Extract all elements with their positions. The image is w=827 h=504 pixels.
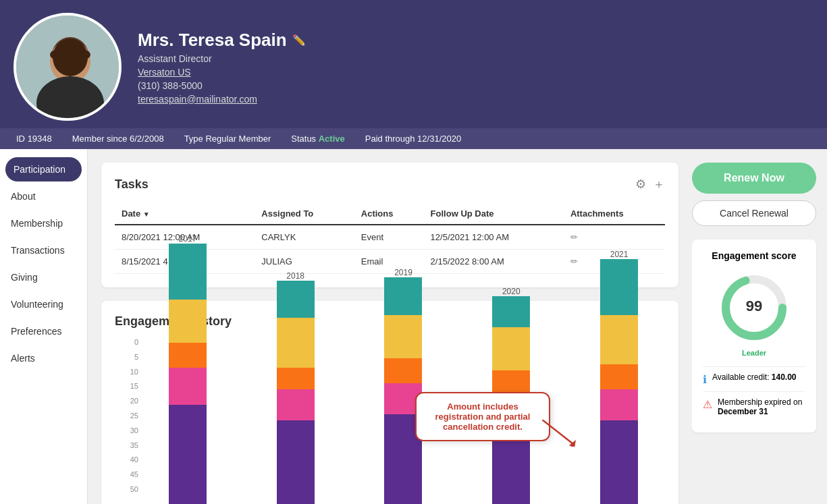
header-phone: (310) 388-5000	[138, 80, 813, 91]
col-attachments: Attachments	[564, 203, 665, 225]
chart-area: 20172018201920202021	[115, 338, 665, 504]
bar-segment	[169, 300, 207, 343]
sidebar-item-membership[interactable]: Membership	[0, 210, 87, 237]
cancel-renewal-button[interactable]: Cancel Renewal	[692, 200, 816, 226]
header-org[interactable]: Versaton US	[138, 67, 813, 78]
sidebar-item-participation[interactable]: Participation	[5, 157, 82, 181]
meta-type: Type Regular Member	[184, 134, 271, 144]
engagement-score-title: Engagement score	[703, 250, 805, 261]
svg-line-7	[542, 420, 573, 444]
bar-segment	[600, 315, 638, 365]
bar-segment	[277, 281, 315, 318]
sidebar: Participation About Membership Transacti…	[0, 149, 88, 504]
y-axis-label: 10	[115, 368, 138, 376]
y-axis-label: 40	[115, 455, 138, 464]
y-axis: 50454035302520151050	[115, 338, 138, 493]
sidebar-item-preferences[interactable]: Preferences	[0, 318, 87, 345]
bar-year-label: 2018	[250, 271, 342, 281]
warning-icon: ⚠	[703, 398, 712, 411]
svg-point-6	[77, 50, 90, 59]
name-text: Mrs. Teresa Spain	[138, 30, 287, 51]
bar-group: 2019	[358, 264, 450, 504]
cell-followup: 12/5/2021 12:00 AM	[424, 225, 564, 250]
engagement-rank: Leader	[703, 349, 805, 357]
donut-chart: 99	[703, 271, 805, 345]
meta-status: Status Active	[291, 134, 345, 144]
col-assigned: Assigned To	[255, 203, 354, 225]
y-axis-label: 50	[115, 485, 138, 493]
meta-paid-through: Paid through 12/31/2020	[365, 134, 461, 144]
bar-segment	[600, 389, 638, 420]
bar-group: 2018	[250, 267, 342, 504]
bar-year-label: 2019	[358, 268, 450, 277]
header-email[interactable]: teresaspain@mailinator.com	[138, 94, 813, 105]
bar-group: 2017	[142, 230, 234, 504]
y-axis-label: 25	[115, 412, 138, 420]
meta-member-since: Member since 6/2/2008	[72, 134, 164, 144]
header-name: Mrs. Teresa Spain ✏️	[138, 30, 813, 51]
bar-segment	[384, 315, 422, 358]
info-icon: ℹ	[703, 373, 707, 386]
bar-segment	[492, 296, 530, 327]
right-panel: Renew Now Cancel Renewal Engagement scor…	[692, 149, 827, 504]
bar-segment	[169, 405, 207, 504]
bar-segment	[600, 420, 638, 504]
svg-text:99: 99	[746, 298, 762, 314]
y-axis-label: 45	[115, 470, 138, 478]
engagement-history-card: Engagement history 50454035302520151050 …	[101, 301, 678, 504]
tasks-card-header: Tasks ⚙ ＋	[115, 176, 665, 192]
expired-text: Membership expired on December 31	[718, 397, 805, 416]
engagement-score-card: Engagement score 99 Leader ℹ Available c…	[692, 240, 816, 432]
bar-segment	[600, 259, 638, 315]
main-content: Tasks ⚙ ＋ Date ▼ Assigned To Actions Fol…	[88, 149, 692, 504]
svg-point-5	[50, 50, 63, 59]
bar-segment	[277, 420, 315, 504]
bar-segment	[169, 244, 207, 300]
credit-info-row: ℹ Available credit: 140.00	[703, 366, 805, 391]
bar-segment	[169, 368, 207, 405]
bar-segment	[492, 327, 530, 370]
sidebar-item-about[interactable]: About	[0, 183, 87, 210]
avatar	[14, 13, 122, 121]
col-actions: Actions	[354, 203, 424, 225]
tooltip-text: Amount includes registration and partial…	[435, 401, 531, 432]
cell-assigned: CARLYK	[255, 225, 354, 250]
sidebar-item-transactions[interactable]: Transactions	[0, 237, 87, 264]
meta-id: ID 19348	[16, 134, 52, 144]
header-title: Assistant Director	[138, 53, 813, 64]
y-axis-label: 30	[115, 426, 138, 435]
bar-segment	[277, 389, 315, 420]
tasks-title: Tasks	[115, 177, 149, 192]
col-followup: Follow Up Date	[424, 203, 564, 225]
bar-segment	[277, 368, 315, 389]
sidebar-item-giving[interactable]: Giving	[0, 264, 87, 291]
credit-text: Available credit: 140.00	[712, 372, 797, 382]
bar-segment	[384, 358, 422, 383]
bar-year-label: 2020	[465, 287, 557, 296]
y-axis-label: 15	[115, 382, 138, 390]
y-axis-label: 0	[115, 338, 138, 346]
cell-action: Event	[354, 225, 424, 250]
add-task-icon[interactable]: ＋	[653, 176, 665, 192]
bar-group: 2021	[573, 246, 665, 504]
bar-segment	[600, 364, 638, 389]
header-info: Mrs. Teresa Spain ✏️ Assistant Director …	[138, 30, 813, 111]
header: Mrs. Teresa Spain ✏️ Assistant Director …	[0, 0, 827, 128]
sidebar-item-alerts[interactable]: Alerts	[0, 345, 87, 372]
expired-info-row: ⚠ Membership expired on December 31	[703, 391, 805, 422]
tooltip-bubble: Amount includes registration and partial…	[415, 392, 550, 441]
renew-button[interactable]: Renew Now	[692, 163, 816, 194]
chart-wrap: 50454035302520151050 2017201820192020202…	[115, 338, 665, 504]
bar-segment	[169, 343, 207, 368]
y-axis-label: 5	[115, 353, 138, 361]
bar-year-label: 2021	[573, 250, 665, 259]
header-meta: ID 19348 Member since 6/2/2008 Type Regu…	[0, 128, 827, 149]
col-date: Date ▼	[115, 203, 255, 225]
sidebar-item-volunteering[interactable]: Volunteering	[0, 291, 87, 318]
bar-segment	[384, 277, 422, 314]
tasks-actions: ⚙ ＋	[635, 176, 665, 192]
edit-icon[interactable]: ✏️	[292, 34, 306, 47]
settings-icon[interactable]: ⚙	[635, 177, 646, 192]
bar-year-label: 2017	[142, 234, 234, 244]
y-axis-label: 35	[115, 441, 138, 449]
